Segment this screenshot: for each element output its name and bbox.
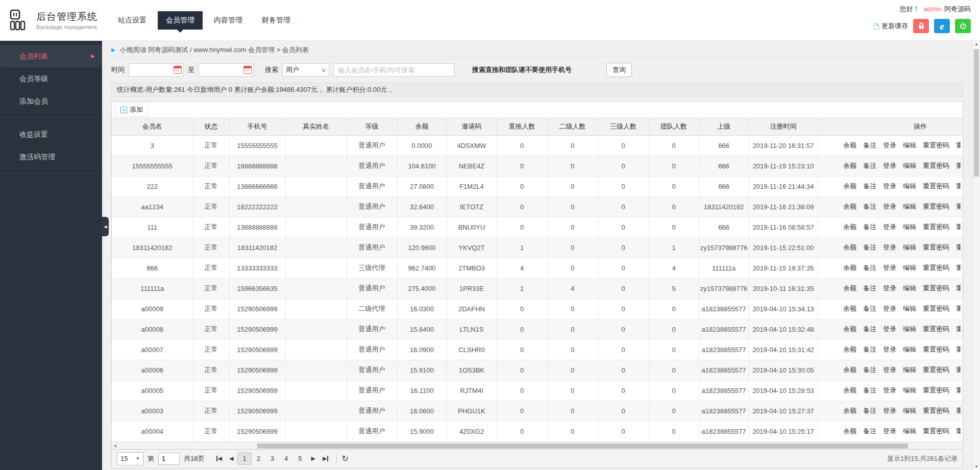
action-edit[interactable]: 编辑 [903,284,916,292]
action-balance[interactable]: 余额 [843,141,856,149]
action-clipped[interactable]: 重 [956,161,961,170]
action-balance[interactable]: 余额 [843,386,856,394]
action-clipped[interactable]: 重 [956,304,961,313]
action-login[interactable]: 登录 [883,325,896,333]
action-reset-password[interactable]: 重置密码 [923,305,949,312]
action-login[interactable]: 登录 [883,203,896,210]
action-balance[interactable]: 余额 [843,325,856,333]
action-clipped[interactable]: 重 [956,141,961,150]
nav-tab-1[interactable]: 会员管理 [158,11,203,30]
action-login[interactable]: 登录 [883,223,896,231]
action-remark[interactable]: 备注 [863,386,876,394]
action-reset-password[interactable]: 重置密码 [923,366,949,374]
action-reset-password[interactable]: 重置密码 [923,427,949,435]
vertical-scrollbar[interactable]: ▲ ▼ [972,41,980,470]
page-size-select[interactable]: 15 ▼ [117,452,143,465]
action-clipped[interactable]: 重 [956,325,961,334]
first-page-button[interactable]: ◀ [213,453,225,464]
action-balance[interactable]: 余额 [843,243,856,251]
action-clipped[interactable]: 重 [956,386,961,395]
action-login[interactable]: 登录 [883,386,896,394]
action-clipped[interactable]: 重 [956,406,961,415]
action-remark[interactable]: 备注 [863,182,876,190]
action-edit[interactable]: 编辑 [903,427,916,435]
action-balance[interactable]: 余额 [843,162,856,169]
action-remark[interactable]: 备注 [863,345,876,353]
action-remark[interactable]: 备注 [863,264,876,271]
action-remark[interactable]: 备注 [863,223,876,231]
action-clipped[interactable]: 重 [956,243,961,252]
last-page-button[interactable]: ▶ [320,453,331,464]
action-login[interactable]: 登录 [883,345,896,353]
nav-tab-2[interactable]: 内容管理 [206,11,251,30]
action-login[interactable]: 登录 [883,141,896,149]
horizontal-scrollbar[interactable]: ◀ [112,442,963,449]
add-button[interactable]: + 添加 [115,103,149,117]
action-balance[interactable]: 余额 [843,203,856,210]
page-button-2[interactable]: 2 [252,452,265,465]
action-balance[interactable]: 余额 [843,264,856,271]
logout-button[interactable] [955,19,971,33]
action-balance[interactable]: 余额 [843,427,856,435]
action-clipped[interactable]: 重 [956,365,961,375]
action-edit[interactable]: 编辑 [903,264,916,271]
action-reset-password[interactable]: 重置密码 [923,284,949,292]
sidebar-item-0-1[interactable]: 会员等级 [0,67,102,90]
action-remark[interactable]: 备注 [863,366,876,374]
action-edit[interactable]: 编辑 [903,203,916,210]
action-remark[interactable]: 备注 [863,141,876,149]
action-login[interactable]: 登录 [883,162,896,169]
page-button-3[interactable]: 3 [265,452,279,465]
action-edit[interactable]: 编辑 [903,243,916,251]
calendar-icon[interactable] [174,66,182,74]
action-reset-password[interactable]: 重置密码 [923,223,949,231]
vertical-scrollbar-thumb[interactable] [974,49,979,177]
action-edit[interactable]: 编辑 [903,182,916,190]
action-reset-password[interactable]: 重置密码 [923,264,949,271]
sidebar-item-0-0[interactable]: 会员列表▶ [0,45,102,67]
action-login[interactable]: 登录 [883,427,896,435]
refresh-icon[interactable]: ↻ [342,454,349,463]
scroll-left-icon[interactable]: ◀ [113,443,116,448]
action-reset-password[interactable]: 重置密码 [923,243,949,251]
action-remark[interactable]: 备注 [863,162,876,169]
date-from-input[interactable] [129,63,184,77]
action-edit[interactable]: 编辑 [903,407,916,414]
action-login[interactable]: 登录 [883,264,896,271]
action-reset-password[interactable]: 重置密码 [923,162,949,169]
date-to-input[interactable] [199,63,254,77]
action-balance[interactable]: 余额 [843,284,856,292]
action-edit[interactable]: 编辑 [903,386,916,394]
query-button[interactable]: 查询 [606,63,632,77]
search-type-select[interactable]: 用户 ∨ [282,63,329,77]
sidebar-item-1-1[interactable]: 激活码管理 [0,145,102,168]
calendar-icon[interactable] [243,66,252,74]
action-reset-password[interactable]: 重置密码 [923,386,949,394]
action-balance[interactable]: 余额 [843,366,856,374]
page-button-4[interactable]: 4 [279,452,293,465]
action-reset-password[interactable]: 重置密码 [923,345,949,353]
sidebar-item-1-0[interactable]: 收益设置 [0,123,102,145]
action-clipped[interactable]: 重 [956,182,961,191]
action-clipped[interactable]: 重 [956,427,961,436]
action-remark[interactable]: 备注 [863,203,876,210]
action-remark[interactable]: 备注 [863,284,876,292]
sidebar-collapse-handle[interactable]: ◀ [102,217,109,236]
action-login[interactable]: 登录 [883,366,896,374]
action-login[interactable]: 登录 [883,243,896,251]
action-balance[interactable]: 余额 [843,407,856,414]
scroll-up-icon[interactable]: ▲ [973,42,980,46]
action-remark[interactable]: 备注 [863,243,876,251]
action-clipped[interactable]: 重 [956,345,961,354]
action-edit[interactable]: 编辑 [903,162,916,169]
browser-button[interactable]: e [934,19,950,33]
page-number-input[interactable] [158,453,180,465]
horizontal-scrollbar-thumb[interactable] [257,443,908,449]
action-remark[interactable]: 备注 [863,325,876,333]
action-edit[interactable]: 编辑 [903,223,916,231]
sidebar-item-0-2[interactable]: 添加会员 [0,90,102,112]
page-button-5[interactable]: 5 [293,452,307,465]
page-button-1[interactable]: 1 [237,452,251,465]
scroll-down-icon[interactable]: ▼ [973,464,980,469]
action-balance[interactable]: 余额 [843,305,856,312]
